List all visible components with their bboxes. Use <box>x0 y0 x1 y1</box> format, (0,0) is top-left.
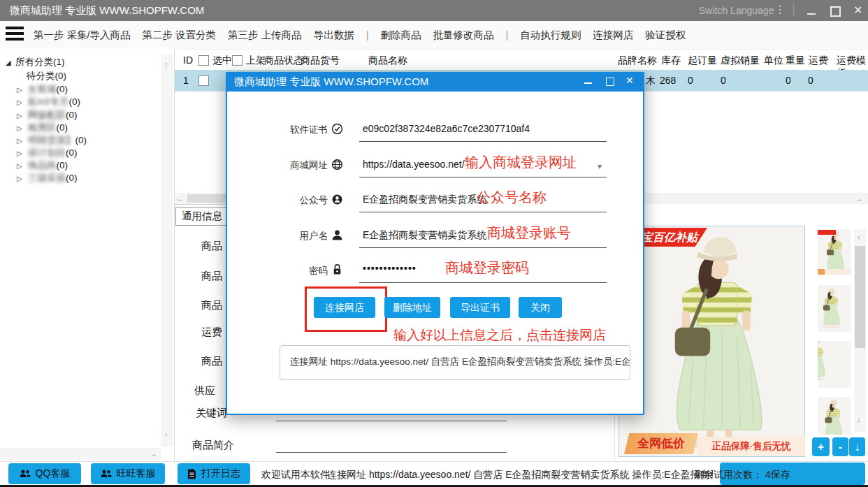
connect-shop-dialog: 微商城助理 专业版 WWW.SHOPFW.COM ✕ 软件证书 e09c02f3… <box>226 72 644 415</box>
col-name[interactable]: 商品名称 <box>368 54 407 67</box>
product-image[interactable] <box>619 226 805 457</box>
password-input-line <box>359 282 607 283</box>
tree-item-blurred[interactable]: 彩AS专月(0) <box>28 96 80 108</box>
tree-expanded-icon[interactable]: ◢ <box>6 59 11 66</box>
scroll-down-icon[interactable]: ↓ <box>164 429 168 437</box>
scroll-right-icon[interactable]: → <box>150 449 157 458</box>
thumbnails-scrollbar[interactable]: ↑ ↓ <box>854 229 866 432</box>
dialog-maximize-button[interactable] <box>606 78 614 86</box>
menu-verify-auth[interactable]: 验证授权 <box>645 29 686 42</box>
close-dialog-button[interactable]: 关闭 <box>519 297 562 318</box>
dialog-status-box: 连接网址 https://data.yeesoo.net/ 自营店 E企盈招商裂… <box>280 345 630 380</box>
username-value[interactable]: E企盈招商裂变营销卖货系统 <box>363 229 486 242</box>
connect-shop-button[interactable]: 连接网店 <box>314 297 375 318</box>
download-image-button[interactable]: ↓ <box>849 437 865 456</box>
menu-step3-upload[interactable]: 第三步 上传商品 <box>228 29 302 42</box>
maximize-button[interactable] <box>830 6 841 17</box>
menu-connect-shop[interactable]: 连接网店 <box>593 29 633 42</box>
tree-item-blurred[interactable]: 饰品商(0) <box>28 159 68 172</box>
thumbnail-2[interactable] <box>818 285 851 332</box>
thumbnail-4[interactable] <box>818 397 851 435</box>
row-virtual-sales: 0 <box>721 75 726 86</box>
col-freight[interactable]: 运费 <box>809 54 828 67</box>
official-account-value[interactable]: E企盈招商裂变营销卖货系统 <box>363 194 486 206</box>
menu-step1-import[interactable]: 第一步 采集/导入商品 <box>34 29 131 42</box>
col-unit[interactable]: 单位 <box>764 54 783 67</box>
col-id[interactable]: ID <box>183 54 193 66</box>
tree-item-blurred[interactable]: 检测区(0) <box>28 122 68 134</box>
tree-item-pending[interactable]: 待分类(0) <box>27 70 66 82</box>
dialog-titlebar[interactable]: 微商城助理 专业版 WWW.SHOPFW.COM ✕ <box>226 72 644 92</box>
tree-item-blurred[interactable]: 设计划目(0) <box>28 147 78 159</box>
col-onsale[interactable]: 上架 <box>246 54 266 67</box>
tree-vertical-scrollbar[interactable]: ↑ ↓ <box>161 54 173 447</box>
menu-auto-rules[interactable]: 自动执行规则 <box>520 29 581 42</box>
tree-root-all-categories[interactable]: 所有分类(1) <box>15 56 65 68</box>
dialog-minimize-button[interactable] <box>584 82 592 84</box>
dialog-close-button[interactable]: ✕ <box>625 75 634 86</box>
scroll-left-icon[interactable]: ← <box>176 194 184 203</box>
col-sku[interactable]: 商品货号 <box>301 54 340 67</box>
tree-item-blurred[interactable]: 女装城(0) <box>28 83 68 96</box>
summary-input[interactable] <box>276 452 507 453</box>
titlebar-menu-icon[interactable]: ⋮ <box>774 3 786 16</box>
menu-delete-products[interactable]: 删除商品 <box>380 29 421 42</box>
switch-language-button[interactable]: Switch Language <box>699 5 774 16</box>
col-brand[interactable]: 品牌名称 <box>618 54 657 67</box>
thumbnail-1[interactable] <box>818 229 851 275</box>
col-weight[interactable]: 重量 <box>786 54 805 67</box>
shop-url-value[interactable]: https://data.yeesoo.net/ <box>363 159 465 170</box>
menu-step2-categories[interactable]: 第二步 设置分类 <box>143 29 217 42</box>
save-button-label[interactable]: 保存 <box>771 469 790 480</box>
close-button[interactable]: ✕ <box>853 3 862 17</box>
zoom-in-button[interactable]: + <box>812 437 830 456</box>
tree-collapsed-icon[interactable]: ▷ <box>17 175 22 182</box>
row-checkbox[interactable] <box>198 75 209 86</box>
menu-export-data[interactable]: 导出数据 <box>314 29 354 42</box>
tree-collapsed-icon[interactable]: ▷ <box>17 150 22 157</box>
col-virtual-sales[interactable]: 虚拟销量 <box>721 54 760 67</box>
scrollbar-thumb[interactable] <box>855 246 865 348</box>
col-min-order[interactable]: 起订量 <box>688 54 717 67</box>
window-title: 微商城助理 专业版 WWW.SHOPFW.COM <box>10 4 204 17</box>
keywords-input[interactable] <box>276 421 507 421</box>
delete-address-button[interactable]: 删除地址 <box>384 297 440 318</box>
scroll-right-icon[interactable]: → <box>855 194 863 203</box>
certificate-check-icon <box>331 123 343 135</box>
scroll-up-icon[interactable]: ↑ <box>164 60 168 68</box>
hamburger-menu-icon[interactable] <box>6 27 24 42</box>
col-stock[interactable]: 库存 <box>661 54 681 67</box>
url-dropdown-caret-icon[interactable]: ▾ <box>598 161 602 171</box>
form-label-product: 商品 <box>201 355 222 368</box>
onsale-all-checkbox[interactable] <box>232 55 243 66</box>
tree-collapsed-icon[interactable]: ▷ <box>17 124 22 132</box>
open-log-button[interactable]: 打开日志 <box>178 463 250 484</box>
tree-item-blurred[interactable]: 明朗货源】(0) <box>28 134 87 147</box>
menu-batch-edit[interactable]: 批量修改商品 <box>433 29 493 42</box>
select-all-checkbox[interactable] <box>198 55 209 66</box>
col-selected[interactable]: 选中 <box>212 54 232 67</box>
tree-collapsed-icon[interactable]: ▷ <box>17 137 22 145</box>
form-label-product: 商品 <box>201 299 222 312</box>
row-weight: 0 <box>786 75 791 86</box>
tree-item-blurred[interactable]: 网骇配部(0) <box>28 109 78 122</box>
scroll-down-icon[interactable]: ↓ <box>857 415 861 423</box>
password-value[interactable]: ••••••••••••• <box>363 263 417 274</box>
thumbnail-3[interactable] <box>818 341 851 388</box>
col-status[interactable]: 商品状态 <box>264 54 303 67</box>
tree-collapsed-icon[interactable]: ▷ <box>17 112 22 119</box>
tree-collapsed-icon[interactable]: ▷ <box>17 162 22 170</box>
certificate-value[interactable]: e09c02f387324e82a6c7ce2307710af4 <box>363 123 530 134</box>
export-certificate-button[interactable]: 导出证书 <box>450 297 510 318</box>
wangwang-support-button[interactable]: 旺旺客服 <box>91 463 165 484</box>
scroll-up-icon[interactable]: ↑ <box>857 233 861 242</box>
zoom-out-button[interactable]: - <box>832 437 848 456</box>
tab-general-info[interactable]: 通用信息 <box>175 207 229 226</box>
tree-horizontal-scrollbar[interactable]: → <box>0 448 161 460</box>
tree-collapsed-icon[interactable]: ▷ <box>17 86 22 94</box>
price-badge: 全网低价 <box>624 433 698 454</box>
qq-support-button[interactable]: QQ客服 <box>8 463 81 484</box>
tree-item-blurred[interactable]: 三级采捐(0) <box>28 172 78 184</box>
tree-collapsed-icon[interactable]: ▷ <box>17 99 22 106</box>
minimize-button[interactable] <box>807 13 816 15</box>
